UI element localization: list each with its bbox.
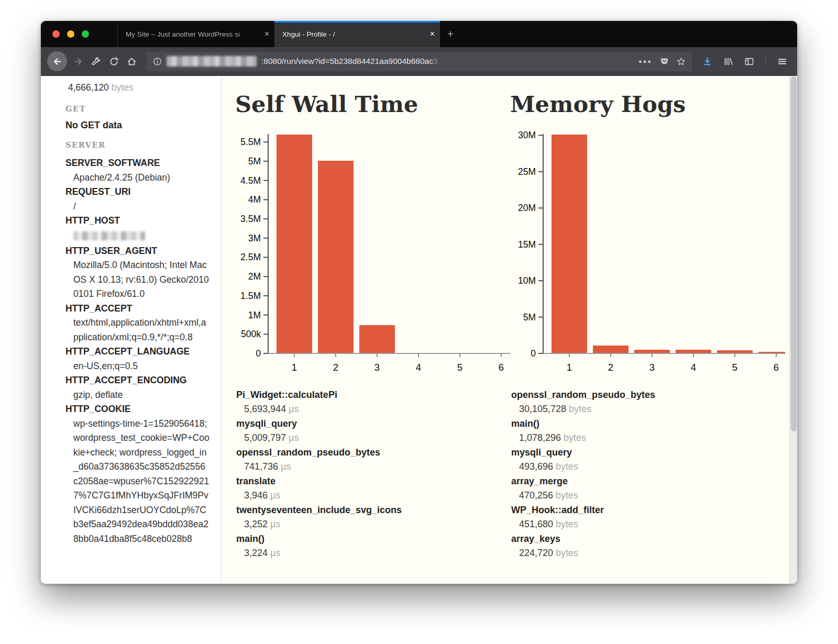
legend-unit: µs — [270, 548, 280, 558]
x-tick-label: 5 — [457, 362, 462, 373]
tab-close-icon[interactable]: × — [264, 30, 269, 38]
legend-value: 5,693,944 µs — [244, 402, 510, 416]
server-var-value: Apache/2.4.25 (Debian) — [65, 171, 210, 185]
blurred-server-var-value — [73, 231, 145, 240]
scrollbar-thumb[interactable] — [791, 76, 797, 431]
legend-number: 741,736 — [244, 461, 278, 472]
menu-button[interactable] — [773, 52, 791, 70]
tab-title: My Site – Just another WordPress si — [126, 30, 260, 38]
url-text[interactable]: :8080/run/view?id=5b238d84421aa9004b680a… — [261, 57, 438, 66]
legend-value: 741,736 µs — [244, 460, 510, 474]
y-tick-label: 1.5M — [240, 291, 261, 301]
more-icon[interactable]: ●●● — [638, 58, 652, 64]
legend-value: 451,680 bytes — [519, 517, 785, 531]
y-tick-label: 15M — [518, 239, 536, 250]
legend-unit: bytes — [556, 548, 578, 558]
legend-unit: bytes — [556, 461, 578, 472]
library-button[interactable] — [719, 52, 737, 70]
bar[interactable] — [359, 325, 395, 353]
legend-unit: bytes — [569, 404, 591, 414]
legend-unit: bytes — [556, 490, 578, 501]
bar[interactable] — [593, 346, 629, 353]
back-icon — [52, 57, 62, 66]
server-var-value: / — [65, 199, 210, 214]
star-icon[interactable] — [677, 57, 686, 66]
toolbar-divider — [765, 55, 766, 68]
x-tick-label: 6 — [774, 362, 779, 373]
tab-wordpress-site[interactable]: My Site – Just another WordPress si × — [117, 21, 274, 47]
titlebar[interactable]: My Site – Just another WordPress si × Xh… — [41, 21, 797, 47]
legend-number: 451,680 — [519, 519, 553, 529]
download-icon — [702, 57, 712, 66]
page-tools-button[interactable] — [87, 52, 105, 70]
x-tick-label: 5 — [732, 362, 737, 373]
self-wall-time-chart[interactable]: 0500k1M1.5M2M2.5M3M3.5M4M4.5M5M5.5M12345… — [235, 131, 510, 373]
x-tick-label: 1 — [567, 362, 572, 373]
page-scrollbar[interactable] — [789, 76, 797, 584]
minimize-window-button[interactable] — [67, 30, 74, 38]
tab-title: Xhgui - Profile - / — [282, 30, 426, 38]
downloads-button[interactable] — [698, 52, 716, 70]
legend-function-name: openssl_random_pseudo_bytes — [511, 388, 785, 402]
y-tick-label: 5.5M — [240, 137, 261, 147]
legend-number: 3,946 — [244, 490, 268, 501]
server-var-key: HTTP_COOKIE — [65, 402, 210, 417]
y-tick-label: 500k — [241, 329, 261, 339]
back-button[interactable] — [47, 51, 67, 71]
y-tick-label: 4M — [248, 194, 261, 205]
sidebar-toggle-icon — [744, 57, 754, 66]
tab-xhgui-profile[interactable]: Xhgui - Profile - / × — [274, 21, 440, 47]
menu-icon — [777, 57, 787, 66]
y-tick-label: 4.5M — [240, 175, 261, 186]
legend-number: 1,078,296 — [519, 432, 561, 443]
x-tick-label: 2 — [333, 362, 338, 373]
y-tick-label: 25M — [518, 166, 536, 177]
zoom-window-button[interactable] — [82, 30, 89, 38]
url-bar[interactable]: :8080/run/view?id=5b238d84421aa9004b680a… — [147, 52, 692, 71]
bar[interactable] — [552, 135, 587, 353]
legend-function-name: main() — [511, 417, 785, 431]
home-button[interactable] — [123, 52, 140, 70]
legend-number: 5,009,797 — [244, 432, 286, 443]
forward-button[interactable] — [69, 52, 87, 70]
legend-value: 3,224 µs — [244, 546, 510, 560]
sidebar-toggle-button[interactable] — [740, 52, 758, 70]
server-var-key: HTTP_ACCEPT_LANGUAGE — [65, 345, 210, 359]
close-window-button[interactable] — [52, 30, 60, 38]
legend-unit: µs — [289, 404, 299, 414]
legend-number: 493,696 — [519, 461, 553, 472]
bar[interactable] — [277, 135, 312, 353]
forward-icon — [73, 57, 83, 66]
legend-function-name: openssl_random_pseudo_bytes — [236, 446, 510, 460]
memory-hogs-column: Memory Hogs 05M10M15M20M25M30M123456 ope… — [510, 85, 785, 584]
x-tick-label: 2 — [608, 362, 613, 373]
legend-function-name: twentyseventeen_include_svg_icons — [236, 503, 510, 517]
tab-close-icon[interactable]: × — [430, 30, 435, 38]
server-var-value: gzip, deflate — [65, 388, 210, 403]
y-tick-label: 10M — [518, 275, 536, 286]
legend-function-name: translate — [236, 474, 510, 488]
legend-function-name: main() — [236, 532, 510, 546]
info-icon[interactable] — [153, 57, 162, 66]
pocket-icon[interactable] — [660, 57, 669, 66]
memory-hogs-legend: openssl_random_pseudo_bytes30,105,728 by… — [511, 388, 785, 560]
x-tick-label: 3 — [649, 362, 655, 373]
server-var-key: HTTP_ACCEPT — [65, 302, 210, 316]
legend-number: 224,720 — [519, 548, 553, 558]
reload-button[interactable] — [105, 52, 123, 70]
profile-main: Self Wall Time 0500k1M1.5M2M2.5M3M3.5M4M… — [222, 76, 797, 584]
x-tick-label: 3 — [374, 362, 380, 373]
legend-value: 3,252 µs — [244, 517, 510, 531]
y-tick-label: 2M — [248, 271, 261, 282]
legend-number: 30,105,728 — [519, 404, 566, 414]
no-get-data-text: No GET data — [65, 120, 210, 131]
bar[interactable] — [318, 161, 354, 353]
bar[interactable] — [634, 350, 670, 353]
wrench-icon — [91, 57, 101, 66]
memory-hogs-chart[interactable]: 05M10M15M20M25M30M123456 — [510, 131, 785, 373]
server-var-key: HTTP_ACCEPT_ENCODING — [65, 373, 210, 388]
legend-value: 3,946 µs — [244, 488, 510, 503]
chart-title: Self Wall Time — [235, 93, 510, 116]
new-tab-button[interactable]: + — [440, 21, 461, 47]
server-var-key: REQUEST_URI — [65, 185, 210, 199]
